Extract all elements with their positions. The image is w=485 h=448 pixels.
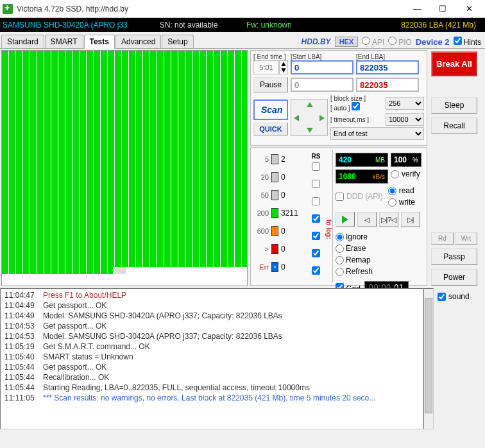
read-radio[interactable]: read [388,186,415,195]
end-lba-input[interactable] [356,60,419,74]
log-time: 11:05:44 [4,383,43,392]
block-20ms-icon [271,172,278,182]
hints-checkbox[interactable]: Hints [454,37,481,47]
device-selector[interactable]: Device 2 [416,37,450,47]
log-message: Get S.M.A.R.T. command... OK [43,342,419,351]
rs-chk-1[interactable] [312,162,320,171]
ignore-radio[interactable]: Ignore [336,232,377,241]
log-message: Model: SAMSUNG SHD-30420A (APRO j337; Ca… [43,311,419,320]
prev-button[interactable]: ◁ [357,212,377,227]
log-line[interactable]: 11:04:49Get passport... OK [2,300,421,311]
verify-radio[interactable]: verify [391,169,420,178]
play-button[interactable] [336,212,355,227]
quick-button[interactable]: QUICK [253,123,288,135]
pio-radio[interactable]: PIO [388,37,411,47]
tab-tests[interactable]: Tests [84,35,115,49]
scan-button[interactable]: Scan [253,99,288,120]
nav-down-icon[interactable] [307,128,313,133]
end-time-spinner[interactable]: ▲▼ [279,60,288,74]
start-lba-input[interactable] [291,60,353,74]
seek-button[interactable]: ▷|?◁ [379,212,398,227]
recall-button[interactable]: Recall [431,117,477,134]
nav-left-icon[interactable] [294,115,299,121]
timeout-select[interactable]: 10000 [386,113,424,126]
write-radio[interactable]: write [388,198,415,207]
end-of-test-select[interactable]: End of test [330,127,424,140]
auto-checkbox[interactable] [352,102,360,110]
remap-radio[interactable]: Remap [336,255,377,264]
log-time: 11:05:44 [4,363,43,372]
end-time-display: 5:01 [253,60,279,74]
pause-button[interactable]: Pause [253,77,288,92]
to-log-label: to log: [325,220,332,239]
tab-smart[interactable]: SMART [45,35,83,48]
rs-chk-4[interactable] [312,214,320,223]
wrt-button[interactable]: Wrt [455,232,477,245]
rs-chk-7[interactable] [312,266,320,275]
nav-right-icon[interactable] [319,115,325,121]
nav-up-icon[interactable] [307,102,313,107]
tab-setup[interactable]: Setup [162,35,193,48]
tab-advanced[interactable]: Advanced [115,35,161,48]
device-capacity: 822036 LBA (421 Mb) [355,21,482,30]
close-button[interactable]: ✕ [455,1,482,17]
rs-chk-5[interactable] [312,232,320,240]
device-firmware: Fw: unknown [246,21,355,30]
log-time: 11:04:53 [4,322,43,331]
ddd-checkbox[interactable]: DDD (API) [336,186,383,207]
log-message: Starting Reading, LBA=0..822035, FULL, s… [43,383,419,392]
refresh-radio[interactable]: Refresh [336,267,377,276]
log-message: *** Scan results: no warnings, no errors… [43,393,419,402]
log-line[interactable]: 11:04:53Model: SAMSUNG SHD-30420A (APRO … [2,331,421,341]
log-line[interactable]: 11:05:44Recallibration... OK [2,372,421,383]
log-time: 11:05:19 [4,342,43,351]
block-slow-icon [271,244,278,254]
block-5ms-icon [271,154,278,164]
auto-label: [ auto ] [330,105,350,112]
device-info-bar: SAMSUNG SHD-30420A (APRO j33 SN: not ava… [0,18,485,32]
sound-checkbox[interactable]: sound [438,292,481,301]
break-all-button[interactable]: Break All [431,51,477,76]
api-radio[interactable]: API [362,37,384,47]
rs-label: RS [312,153,321,160]
rd-button[interactable]: Rd [431,232,454,245]
log-line[interactable]: 11:04:49Model: SAMSUNG SHD-30420A (APRO … [2,311,421,321]
tab-standard[interactable]: Standard [1,35,44,48]
passp-button[interactable]: Passp [431,248,477,265]
block-size-select[interactable]: 256 [386,97,424,110]
surface-map[interactable] [1,50,248,286]
power-button[interactable]: Power [431,269,477,286]
log-line[interactable]: 11:05:19Get S.M.A.R.T. command... OK [2,341,421,352]
log-message: Recallibration... OK [43,373,419,382]
log-line[interactable]: 11:05:44Get passport... OK [2,362,421,372]
log-time: 11:04:47 [4,291,43,300]
log-line[interactable]: 11:11:05*** Scan results: no warnings, n… [2,393,421,403]
app-icon [3,4,13,14]
speed-mb-meter: 420MB [336,153,388,167]
rs-chk-3[interactable] [312,197,320,205]
nav-diamond[interactable] [291,99,328,136]
log-line[interactable]: 11:05:40SMART status = Unknown [2,352,421,362]
minimize-button[interactable]: — [404,1,430,17]
scrollbar-thumb[interactable] [425,298,432,413]
log-scrollbar[interactable] [423,288,434,429]
log-line[interactable]: 11:04:53Get passport... OK [2,321,421,331]
log-time: 11:11:05 [4,393,43,402]
log-time: 11:05:40 [4,352,43,361]
block-50ms-icon [271,190,278,200]
hddby-link[interactable]: HDD.BY [302,37,331,46]
maximize-button[interactable]: ☐ [430,1,455,17]
log-line[interactable]: 11:05:44Starting Reading, LBA=0..822035,… [2,383,421,393]
log-message: Model: SAMSUNG SHD-30420A (APRO j337; Ca… [43,332,419,341]
log-time: 11:04:49 [4,311,43,320]
log-area[interactable]: 11:04:47Press F1 to About/HELP11:04:49Ge… [0,288,423,429]
scan-controls-panel: [ End time ] 5:01 ▲▼ [Start LBA] [End LB… [250,50,427,146]
next-button[interactable]: ▷| [401,212,420,227]
rs-chk-6[interactable] [312,249,320,257]
rs-chk-2[interactable] [312,180,320,188]
erase-radio[interactable]: Erase [336,244,377,253]
sleep-button[interactable]: Sleep [431,97,477,114]
log-line[interactable]: 11:04:47Press F1 to About/HELP [2,290,421,300]
surface-progress-cursor [113,267,126,274]
hex-button[interactable]: HEX [335,37,359,47]
